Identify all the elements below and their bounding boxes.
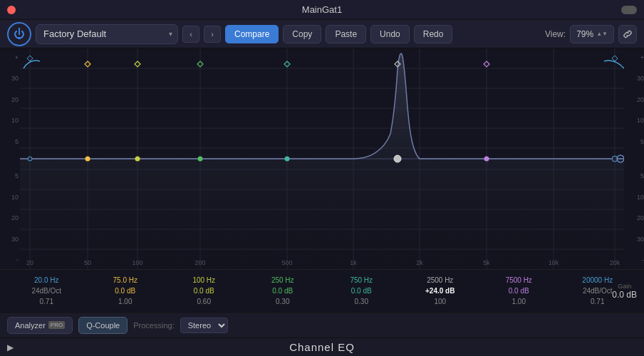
analyzer-button[interactable]: Analyzer PRO	[7, 317, 73, 334]
band-3-gain: 0.0 dB	[194, 286, 214, 296]
band-5-info: 750 Hz 0.0 dB 0.30	[322, 275, 401, 307]
band-5-gain: 0.0 dB	[351, 286, 372, 296]
band-7-gain: 0.0 dB	[509, 286, 529, 296]
analyzer-label: Analyzer	[15, 321, 46, 330]
band-1-slope: 24dB/Oct	[31, 286, 61, 296]
y-label-5: 5	[0, 138, 20, 145]
band-8-q: 0.71	[591, 296, 604, 307]
y-axis-right: + 30 20 10 5 5 10 20 30 -	[624, 48, 644, 269]
y-label-10: 10	[0, 117, 20, 124]
y-label-r-n10: 10	[635, 194, 644, 201]
band-6-info: 2500 Hz +24.0 dB 100	[401, 275, 480, 307]
y-label-r-minus: -	[640, 256, 644, 263]
band-6-freq: 2500 Hz	[427, 275, 453, 286]
paste-button[interactable]: Paste	[326, 25, 366, 43]
band-5-freq: 750 Hz	[350, 275, 373, 286]
band-4-freq: 250 Hz	[271, 275, 294, 286]
svg-point-40	[28, 157, 32, 161]
svg-point-42	[135, 157, 140, 162]
y-label-minus: -	[0, 256, 20, 263]
zoom-value: 79%	[576, 29, 593, 39]
bottom-controls: Analyzer PRO Q-Couple Processing: Stereo…	[0, 312, 644, 337]
band-7-freq: 7500 Hz	[506, 275, 532, 286]
zoom-stepper-icon: ▲▼	[596, 31, 608, 37]
gain-label: Gain	[618, 283, 631, 290]
link-icon	[623, 29, 633, 39]
y-label-20: 20	[0, 96, 20, 103]
y-label-r-10: 10	[635, 117, 644, 124]
footer: ▶ Channel EQ	[0, 337, 644, 356]
band-3-freq: 100 Hz	[192, 275, 215, 286]
view-zoom-control[interactable]: 79% ▲▼	[570, 25, 614, 43]
copy-button[interactable]: Copy	[283, 25, 321, 43]
master-gain-area: Gain 0.0 dB	[612, 283, 637, 300]
band-info-area: 20.0 Hz 24dB/Oct 0.71 75.0 Hz 0.0 dB 1.0…	[0, 269, 644, 312]
band-2-freq: 75.0 Hz	[113, 275, 137, 286]
eq-display[interactable]: + 30 20 10 5 5 10 20 30 -	[0, 48, 644, 269]
y-label-r-n5: 5	[639, 172, 644, 179]
band-7-q: 1.00	[512, 296, 526, 307]
title-bar: MainGat1	[0, 0, 644, 20]
y-label-n20: 20	[0, 214, 20, 221]
y-label-30: 30	[0, 75, 20, 82]
svg-point-44	[285, 157, 290, 162]
undo-button[interactable]: Undo	[370, 25, 410, 43]
preset-dropdown[interactable]: Factory Default	[36, 24, 178, 44]
y-label-r-n20: 20	[635, 214, 644, 221]
band-2-info: 75.0 Hz 0.0 dB 1.00	[86, 275, 165, 307]
band-1-info: 20.0 Hz 24dB/Oct 0.71	[7, 275, 86, 307]
y-axis-left: + 30 20 10 5 5 10 20 30 -	[0, 48, 20, 269]
toolbar: ⏻ Factory Default ▾ ‹ › Compare Copy Pas…	[0, 20, 644, 48]
y-label-r-n30: 30	[635, 236, 644, 243]
svg-point-41	[85, 157, 90, 162]
y-label-r-5: 5	[639, 138, 644, 145]
svg-point-43	[198, 157, 203, 162]
eq-curve-svg: 20 50 100 200 500 1k 2k 5k 10k 20k	[20, 48, 624, 269]
band-3-info: 100 Hz 0.0 dB 0.60	[165, 275, 244, 307]
band-8-freq: 20000 Hz	[582, 275, 613, 286]
processing-select[interactable]: Stereo Left Right Mid Side	[180, 318, 228, 333]
plugin-name: Channel EQ	[289, 341, 355, 353]
power-button[interactable]: ⏻	[7, 22, 31, 46]
band-1-q: 0.71	[40, 296, 53, 307]
band-4-gain: 0.0 dB	[272, 286, 293, 296]
link-button[interactable]	[618, 25, 637, 43]
processing-label: Processing:	[133, 321, 174, 330]
y-label-plus: +	[0, 54, 20, 61]
qcouple-label: Q-Couple	[86, 321, 120, 330]
y-label-n10: 10	[0, 194, 20, 201]
band-5-q: 0.30	[355, 296, 368, 307]
band-7-info: 7500 Hz 0.0 dB 1.00	[479, 275, 559, 307]
compare-button[interactable]: Compare	[225, 25, 279, 43]
band-2-gain: 0.0 dB	[115, 286, 135, 296]
redo-button[interactable]: Redo	[414, 25, 453, 43]
band-4-info: 250 Hz 0.0 dB 0.30	[244, 275, 323, 307]
view-label: View:	[545, 29, 566, 39]
band-6-gain: +24.0 dB	[425, 286, 455, 296]
band-8-slope: 24dB/Oct	[583, 286, 613, 296]
close-dot[interactable]	[7, 6, 16, 14]
collapse-button[interactable]	[621, 6, 637, 14]
traffic-lights	[7, 6, 16, 14]
y-label-r-20: 20	[635, 96, 644, 103]
qcouple-button[interactable]: Q-Couple	[78, 317, 128, 334]
band-4-q: 0.30	[276, 296, 289, 307]
y-label-r-30: 30	[635, 75, 644, 82]
y-label-r-plus: +	[639, 54, 644, 61]
window-title: MainGat1	[302, 4, 342, 15]
play-button[interactable]: ▶	[7, 342, 14, 352]
y-label-n30: 30	[0, 236, 20, 243]
band-1-freq: 20.0 Hz	[34, 275, 58, 286]
gain-value: 0.0 dB	[612, 290, 637, 300]
band-3-q: 0.60	[197, 296, 211, 307]
band-2-q: 1.00	[118, 296, 132, 307]
nav-back-button[interactable]: ‹	[182, 26, 199, 43]
eq-canvas[interactable]: 20 50 100 200 500 1k 2k 5k 10k 20k	[20, 48, 624, 269]
band-6-q: 100	[434, 296, 446, 307]
y-label-n5: 5	[0, 172, 20, 179]
svg-point-45	[484, 157, 489, 162]
nav-forward-button[interactable]: ›	[204, 26, 221, 43]
pro-badge: PRO	[48, 321, 65, 329]
preset-selector[interactable]: Factory Default ▾	[36, 24, 178, 44]
svg-point-36	[394, 155, 401, 162]
